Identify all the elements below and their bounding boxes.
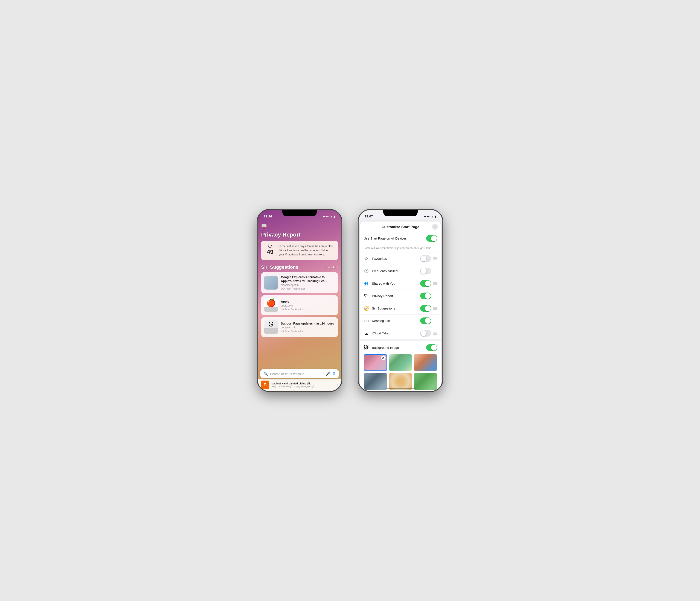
siri-suggestions-row-label: Siri Suggestions [372, 307, 417, 310]
bg-option-4[interactable] [364, 373, 387, 390]
suggestion-thumb-3: G [264, 320, 278, 334]
status-icons-2: ●●●● ▲ ▮ [423, 215, 436, 218]
row-favourites[interactable]: ☆ Favourites [360, 253, 441, 265]
sync-note: Safari will sync your Start Page appeara… [360, 245, 441, 253]
sync-label: Use Start Page on All Devices [364, 237, 407, 240]
signal-icon: ●●●● [323, 215, 329, 218]
suggestion-card-1[interactable]: Google Explores Alternative to Apple's N… [261, 272, 338, 293]
background-image-toggle[interactable] [426, 344, 437, 351]
drag-handle-favourites[interactable] [433, 257, 437, 260]
row-siri-suggestions[interactable]: 🧭 Siri Suggestions [360, 302, 441, 315]
bg-option-3[interactable] [414, 354, 437, 371]
search-bar[interactable]: 🔍 Search or enter website 🎤 ⧉ [260, 369, 339, 378]
suggestion-title-1: Google Explores Alternative to Apple's N… [281, 275, 335, 283]
notch [282, 210, 317, 216]
background-image-section: 🖼 Background Image ✕ [360, 340, 441, 391]
toggle-knob [431, 345, 437, 350]
toggle-knob [421, 268, 426, 274]
suggestion-title-3: Support Page updates - last 24 hours [281, 321, 335, 325]
row-right-frequently [420, 268, 437, 274]
row-reading-list[interactable]: ⊙⊙ Reading List [360, 315, 441, 327]
drag-handle-siri[interactable] [433, 307, 437, 310]
suggestion-source-1: ⊙⊙ From Reading List [281, 287, 335, 290]
drag-handle-reading[interactable] [433, 320, 437, 322]
phone1-content: 📖 Privacy Report 🛡 49 In the last seven … [258, 219, 342, 391]
row-icloud-tabs[interactable]: ☁ iCloud Tabs [360, 327, 441, 340]
bottom-strip-domain: etsy.com/uk/listing/...shop_home_recs_2 [272, 385, 335, 388]
drag-handle-privacy[interactable] [433, 295, 437, 297]
shared-with-you-toggle[interactable] [420, 280, 431, 287]
frequently-visited-label: Frequently Visited [372, 269, 417, 273]
row-right-privacy [420, 292, 437, 299]
time-display: 11:24 [264, 214, 272, 218]
etsy-letter: E [264, 383, 266, 387]
phone-2-screen: 12:07 ●●●● ▲ ▮ Customise Start Page ✕ U [358, 210, 442, 391]
suggestion-card-3[interactable]: G Support Page updates - last 24 hours g… [261, 317, 338, 337]
toggle-knob [425, 281, 431, 286]
source-label-2: From Bookmarks [285, 308, 303, 311]
privacy-report-row-label: Privacy Report [372, 294, 417, 298]
row-privacy-report[interactable]: 🛡 Privacy Report [360, 290, 441, 302]
suggestion-domain-3: google.co.uk [281, 326, 335, 329]
suggestion-info-2: Apple apple.com 📖 From Bookmarks [281, 299, 335, 311]
show-all-button[interactable]: Show All › [325, 265, 338, 269]
row-shared-with-you[interactable]: 👥 Shared with You [360, 277, 441, 290]
bg-option-6[interactable] [414, 373, 437, 390]
drag-handle-frequently[interactable] [433, 270, 437, 272]
sheet-header: Customise Start Page ✕ [360, 221, 441, 232]
sheet-close-button[interactable]: ✕ [432, 224, 438, 230]
suggestion-thumb-1 [264, 276, 278, 290]
shared-with-you-icon: 👥 [364, 281, 369, 286]
phone-2: 12:07 ●●●● ▲ ▮ Customise Start Page ✕ U [358, 210, 442, 391]
bg-option-1[interactable]: ✕ [364, 354, 387, 371]
frequently-visited-toggle[interactable] [420, 268, 431, 274]
microphone-icon[interactable]: 🎤 [326, 371, 330, 376]
etsy-icon: E [261, 381, 269, 389]
notch-2 [383, 210, 418, 216]
sync-all-devices-row[interactable]: Use Start Page on All Devices [360, 232, 441, 245]
favourites-toggle[interactable] [420, 255, 431, 262]
drag-handle-icloud[interactable] [433, 332, 437, 335]
row-right-shared [420, 280, 437, 287]
wifi-icon: ▲ [330, 215, 333, 218]
privacy-report-row-icon: 🛡 [364, 293, 369, 298]
siri-suggestions-toggle[interactable] [420, 305, 431, 312]
drag-handle-shared[interactable] [433, 282, 437, 285]
privacy-report-title: Privacy Report [261, 231, 338, 238]
sync-toggle[interactable] [426, 235, 437, 242]
row-right-reading [420, 317, 437, 324]
toggle-knob [431, 235, 437, 241]
privacy-report-card[interactable]: 🛡 49 In the last seven days, Safari has … [261, 241, 338, 260]
chevron-right-icon: › [338, 383, 339, 387]
bg-option-2[interactable] [389, 354, 412, 371]
bg-option-5[interactable] [389, 373, 412, 390]
bookmarks-icon[interactable]: 📖 [261, 223, 338, 229]
suggestion-card-2[interactable]: 🍎 Apple apple.com 📖 From Bookmarks [261, 295, 338, 315]
battery-icon-2: ▮ [435, 215, 436, 218]
suggestion-domain-2: apple.com [281, 304, 335, 307]
tracker-count: 49 [267, 249, 273, 255]
sheet-title: Customise Start Page [381, 225, 419, 229]
status-icons: ●●●● ▲ ▮ [323, 215, 335, 218]
favourites-label: Favourites [372, 257, 417, 260]
tracker-badge: 🛡 49 [265, 244, 276, 255]
phone2-content: Customise Start Page ✕ Use Start Page on… [358, 219, 442, 391]
toggle-knob [421, 330, 426, 336]
tabs-icon[interactable]: ⧉ [333, 371, 335, 376]
privacy-report-toggle[interactable] [420, 292, 431, 299]
suggestion-info-3: Support Page updates - last 24 hours goo… [281, 321, 335, 333]
customise-sheet: Customise Start Page ✕ Use Start Page on… [360, 221, 441, 391]
shield-icon: 🛡 [268, 244, 272, 249]
source-label-1: From Reading List [285, 287, 305, 290]
row-right-siri [420, 305, 437, 312]
siri-suggestions-header: Siri Suggestions Show All › [261, 264, 338, 270]
suggestion-title-2: Apple [281, 299, 335, 304]
toggle-knob [425, 318, 431, 324]
row-frequently-visited[interactable]: 🕐 Frequently Visited [360, 265, 441, 277]
toggle-knob [421, 256, 426, 261]
show-all-label: Show All [325, 265, 336, 269]
icloud-tabs-toggle[interactable] [420, 330, 431, 337]
background-image-label: Background Image [372, 346, 423, 349]
reading-list-toggle[interactable] [420, 317, 431, 324]
icloud-tabs-label: iCloud Tabs [372, 332, 417, 335]
